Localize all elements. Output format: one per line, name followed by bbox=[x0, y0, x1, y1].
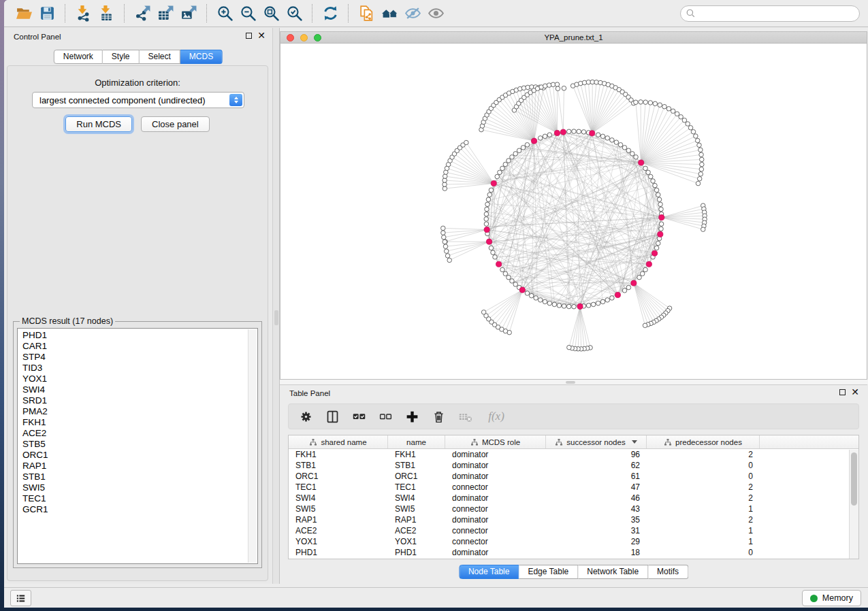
tab-edge-table[interactable]: Edge Table bbox=[519, 565, 578, 579]
splitter-grip[interactable] bbox=[566, 381, 575, 384]
tab-node-table[interactable]: Node Table bbox=[459, 565, 519, 579]
network-graph[interactable] bbox=[280, 44, 867, 379]
tab-style[interactable]: Style bbox=[103, 50, 140, 64]
network-canvas[interactable] bbox=[280, 44, 867, 379]
result-list-item[interactable]: STP4 bbox=[22, 352, 257, 363]
cell: dominator bbox=[445, 460, 546, 471]
float-panel-icon[interactable] bbox=[839, 389, 846, 395]
result-list-item[interactable]: CAR1 bbox=[22, 341, 257, 352]
refresh-button[interactable] bbox=[319, 3, 342, 24]
tab-select[interactable]: Select bbox=[140, 50, 180, 64]
function-builder-button[interactable]: f(x) bbox=[481, 406, 511, 427]
tab-network[interactable]: Network bbox=[54, 50, 103, 64]
result-list-item[interactable]: TID3 bbox=[22, 363, 257, 374]
import-table-button[interactable] bbox=[95, 3, 118, 24]
table-row[interactable]: FKH1FKH1dominator962 bbox=[289, 449, 858, 460]
zoom-selected-icon bbox=[286, 5, 303, 22]
column-header-MCDS-role[interactable]: MCDS role bbox=[445, 435, 546, 448]
delete-button[interactable] bbox=[428, 406, 449, 427]
result-list-item[interactable]: RAP1 bbox=[22, 461, 257, 472]
memory-button[interactable]: Memory bbox=[802, 590, 861, 606]
cell: SWI4 bbox=[289, 493, 388, 503]
open-file-button[interactable] bbox=[12, 3, 35, 24]
result-list-item[interactable]: GCR1 bbox=[22, 504, 257, 515]
export-table-icon bbox=[157, 5, 174, 22]
show-panels-button[interactable] bbox=[10, 590, 31, 606]
refresh-icon bbox=[322, 5, 339, 22]
column-header-successor-nodes[interactable]: successor nodes bbox=[546, 435, 647, 448]
zoom-in-button[interactable] bbox=[213, 3, 236, 24]
splitter-grip[interactable] bbox=[274, 310, 278, 325]
column-header-name[interactable]: name bbox=[388, 435, 445, 448]
table-row[interactable]: SWI4SWI4dominator462 bbox=[289, 493, 858, 503]
delete-table-button[interactable] bbox=[455, 406, 475, 427]
result-list-item[interactable]: STB5 bbox=[22, 439, 257, 450]
result-list-item[interactable]: ORC1 bbox=[22, 450, 257, 461]
tab-network-table[interactable]: Network Table bbox=[578, 565, 648, 579]
deselect-all-button[interactable] bbox=[375, 406, 396, 427]
result-list-item[interactable]: SWI4 bbox=[22, 384, 257, 395]
export-network-icon bbox=[134, 5, 151, 22]
new-network-from-selection-button[interactable] bbox=[355, 3, 378, 24]
select-all-button[interactable] bbox=[349, 406, 369, 427]
mcds-result-list: PHD1CAR1STP4TID3YOX1SWI4SRD1PMA2FKH1ACE2… bbox=[17, 328, 258, 564]
show-all-button[interactable] bbox=[424, 3, 447, 24]
zoom-fit-button[interactable] bbox=[259, 3, 283, 24]
table-panel-window-controls: ✕ bbox=[839, 389, 859, 395]
table-row[interactable]: ACE2ACE2connector311 bbox=[289, 525, 858, 536]
settings-button[interactable] bbox=[295, 406, 316, 427]
close-panel-button[interactable]: Close panel bbox=[141, 116, 210, 132]
add-button[interactable] bbox=[402, 406, 422, 427]
column-header-shared-name[interactable]: shared name bbox=[289, 435, 388, 448]
criterion-value: largest connected component (undirected) bbox=[39, 95, 206, 105]
search-input[interactable] bbox=[680, 5, 860, 22]
criterion-dropdown[interactable]: largest connected component (undirected) bbox=[32, 92, 244, 108]
result-list-item[interactable]: TEC1 bbox=[22, 493, 257, 504]
result-list-item[interactable]: PHD1 bbox=[22, 330, 257, 341]
tab-motifs[interactable]: Motifs bbox=[648, 565, 688, 579]
hide-selected-button[interactable] bbox=[401, 3, 424, 24]
export-image-button[interactable] bbox=[177, 3, 200, 24]
table-row[interactable]: RAP1RAP1dominator352 bbox=[289, 514, 858, 525]
result-list-item[interactable]: PMA2 bbox=[22, 406, 257, 417]
network-window-titlebar[interactable]: YPA_prune.txt_1 bbox=[280, 32, 867, 44]
export-image-icon bbox=[180, 5, 197, 22]
table-row[interactable]: TEC1TEC1connector472 bbox=[289, 482, 858, 493]
result-list-item[interactable]: SWI5 bbox=[22, 482, 257, 493]
cell: 2 bbox=[647, 514, 760, 525]
import-network-button[interactable] bbox=[71, 3, 95, 24]
minimize-window-icon[interactable] bbox=[300, 34, 308, 42]
search-icon bbox=[686, 8, 696, 18]
control-panel-tabs: NetworkStyleSelectMCDS bbox=[54, 50, 223, 64]
result-list-item[interactable]: STB1 bbox=[22, 472, 257, 482]
close-window-icon[interactable] bbox=[287, 34, 294, 42]
run-mcds-button[interactable]: Run MCDS bbox=[65, 116, 132, 132]
close-panel-icon[interactable]: ✕ bbox=[851, 389, 859, 395]
float-panel-icon[interactable] bbox=[246, 33, 252, 39]
horizontal-splitter[interactable] bbox=[280, 380, 868, 384]
zoom-selected-button[interactable] bbox=[283, 3, 306, 24]
zoom-out-button[interactable] bbox=[236, 3, 259, 24]
show-column-button[interactable] bbox=[322, 406, 342, 427]
result-list-item[interactable]: FKH1 bbox=[22, 417, 257, 428]
tab-mcds[interactable]: MCDS bbox=[180, 50, 223, 64]
save-session-button[interactable] bbox=[35, 3, 59, 24]
close-panel-icon[interactable]: ✕ bbox=[257, 33, 266, 39]
maximize-window-icon[interactable] bbox=[314, 34, 321, 42]
result-list-item[interactable]: ACE2 bbox=[22, 428, 257, 439]
table-row[interactable]: YOX1YOX1connector291 bbox=[289, 536, 858, 547]
result-list-scrollbar[interactable] bbox=[248, 329, 257, 563]
result-list-item[interactable]: SRD1 bbox=[22, 395, 257, 406]
table-row[interactable]: PHD1PHD1dominator180 bbox=[289, 547, 858, 558]
export-table-button[interactable] bbox=[154, 3, 177, 24]
vertical-splitter[interactable] bbox=[272, 28, 280, 584]
export-network-button[interactable] bbox=[131, 3, 154, 24]
first-neighbors-button[interactable] bbox=[378, 3, 401, 24]
scrollbar-thumb[interactable] bbox=[851, 452, 857, 506]
table-row[interactable]: SWI5SWI5connector431 bbox=[289, 503, 858, 514]
column-header-predecessor-nodes[interactable]: predecessor nodes bbox=[647, 435, 760, 448]
result-list-item[interactable]: YOX1 bbox=[22, 374, 257, 384]
table-row[interactable]: ORC1ORC1dominator610 bbox=[289, 471, 858, 482]
table-scrollbar[interactable] bbox=[849, 450, 858, 559]
table-row[interactable]: STB1STB1dominator620 bbox=[289, 460, 858, 471]
